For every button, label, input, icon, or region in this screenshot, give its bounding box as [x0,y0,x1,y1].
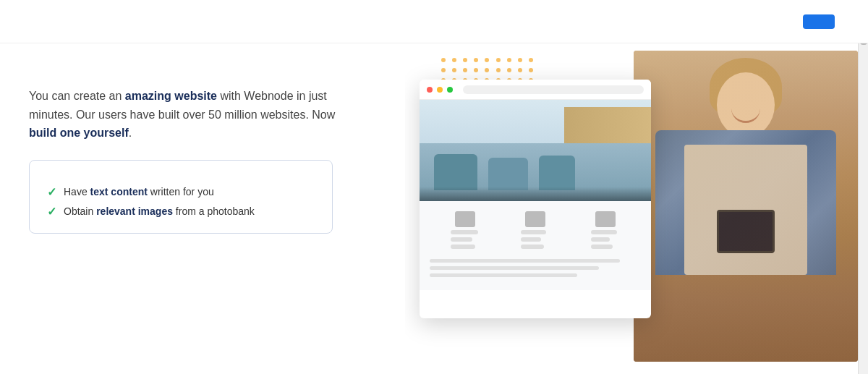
check-icon-2: ✓ [47,205,56,218]
mockup-text-block-3 [591,230,620,252]
mockup-address-bar [463,85,644,94]
create-website-button[interactable] [803,14,835,29]
dot-decoration [474,68,478,72]
ai-feature-1-text: Have text content written for you [64,186,214,197]
dot-decoration [485,68,489,72]
website-mockup [420,80,651,318]
subtitle-bold2: build one yourself [29,127,129,139]
dot-decoration [507,68,511,72]
hero-right: // Generate dots via JS in template cons… [405,43,868,374]
dot-decoration [496,68,501,72]
dot-decoration [518,68,522,72]
mockup-text-block-2 [521,230,550,252]
check-icon-1: ✓ [47,185,56,199]
ai-feature-box: ✓ Have text content written for you ✓ Ob… [29,160,333,234]
mockup-text-block-1 [451,230,480,252]
dot-decoration [452,58,456,62]
ai-feature-2: ✓ Obtain relevant images from a photoban… [47,205,315,218]
ai-feature-1: ✓ Have text content written for you [47,185,315,199]
dot-decoration [507,58,511,62]
dot-decoration [452,68,456,72]
mockup-icon-1 [451,211,480,252]
browser-dot-red [427,87,433,93]
hero-subtitle: You can create an amazing website with W… [29,87,347,143]
dot-decoration [441,58,446,62]
dot-decoration [474,58,478,62]
mockup-icon-sq-3 [595,211,616,227]
ai-feature-2-text: Obtain relevant images from a photobank [64,205,255,217]
dot-decoration [441,68,446,72]
dot-decoration [518,58,522,62]
mockup-name-overlay [420,187,651,201]
mockup-body [420,201,651,290]
hero-left: You can create an amazing website with W… [0,43,405,374]
subtitle-bold1: amazing website [125,90,217,102]
mockup-bottom-text [430,259,641,277]
dot-decoration [529,68,533,72]
mockup-icons-row [430,211,641,252]
header-actions [803,14,846,29]
dot-decoration [485,58,489,62]
mockup-icon-sq-1 [455,211,475,227]
mockup-icon-3 [591,211,620,252]
dot-decoration [529,58,533,62]
woman-photo [634,51,858,362]
mockup-icon-2 [521,211,550,252]
dot-decoration [496,58,501,62]
mockup-room-image [420,100,651,201]
browser-dot-yellow [437,87,443,93]
scrollbar[interactable] [858,0,868,374]
dot-decoration [463,68,467,72]
dot-decoration [463,58,467,62]
mockup-browser-bar [420,80,651,100]
mockup-icon-sq-2 [525,211,545,227]
browser-dot-green [447,87,453,93]
